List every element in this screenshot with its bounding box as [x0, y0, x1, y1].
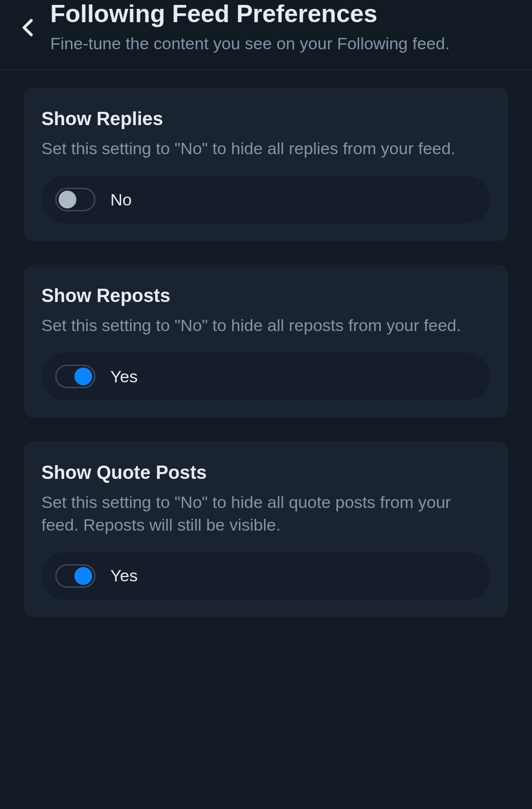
- page-header: Following Feed Preferences Fine-tune the…: [0, 0, 532, 70]
- toggle-state-label: No: [110, 190, 132, 209]
- toggle-state-label: Yes: [110, 566, 137, 585]
- toggle-show-quote-posts[interactable]: Yes: [41, 552, 491, 600]
- chevron-left-icon: [18, 17, 39, 40]
- page-title: Following Feed Preferences: [50, 0, 512, 29]
- setting-title: Show Reposts: [41, 285, 491, 306]
- toggle-knob: [74, 368, 92, 385]
- settings-list: Show Replies Set this setting to "No" to…: [0, 70, 532, 617]
- setting-title: Show Replies: [41, 108, 491, 130]
- toggle-track: [55, 564, 96, 588]
- setting-description: Set this setting to "No" to hide all rep…: [41, 137, 491, 160]
- setting-card-show-quote-posts: Show Quote Posts Set this setting to "No…: [24, 441, 508, 617]
- toggle-show-reposts[interactable]: Yes: [41, 353, 491, 400]
- toggle-knob: [74, 567, 92, 585]
- toggle-track: [55, 365, 96, 388]
- toggle-track: [55, 188, 96, 211]
- toggle-state-label: Yes: [110, 367, 137, 386]
- toggle-knob: [59, 191, 76, 208]
- setting-title: Show Quote Posts: [41, 462, 491, 483]
- back-button[interactable]: [18, 18, 39, 39]
- setting-card-show-reposts: Show Reposts Set this setting to "No" to…: [24, 265, 508, 418]
- setting-description: Set this setting to "No" to hide all quo…: [41, 491, 491, 537]
- toggle-show-replies[interactable]: No: [41, 176, 491, 223]
- setting-description: Set this setting to "No" to hide all rep…: [41, 314, 491, 337]
- setting-card-show-replies: Show Replies Set this setting to "No" to…: [24, 88, 508, 241]
- page-subtitle: Fine-tune the content you see on your Fo…: [50, 33, 512, 55]
